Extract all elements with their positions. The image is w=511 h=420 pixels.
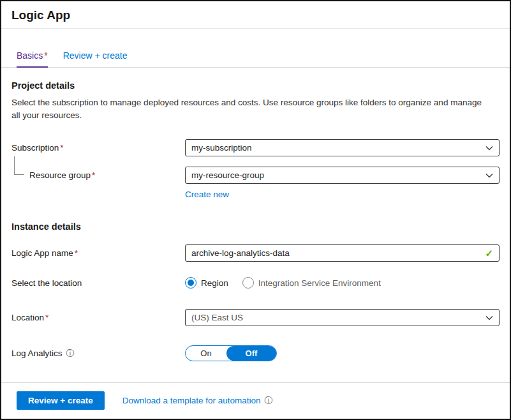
tree-connector: [14, 156, 24, 175]
logic-app-name-input[interactable]: archive-log-analytics-data ✓: [185, 244, 500, 262]
location-dropdown[interactable]: (US) East US: [185, 309, 500, 326]
chevron-down-icon: [485, 146, 493, 151]
download-template-link[interactable]: Download a template for automation ⓘ: [122, 395, 273, 407]
form-content: Project details Select the subscription …: [1, 80, 510, 361]
toggle-off-label[interactable]: Off: [226, 346, 276, 361]
location-value: (US) East US: [191, 313, 243, 322]
radio-ise-label: Integration Service Environment: [258, 278, 381, 288]
footer: Review + create Download a template for …: [17, 391, 500, 410]
subscription-value: my-subscription: [191, 143, 252, 153]
review-create-button[interactable]: Review + create: [17, 391, 105, 410]
page-title: Logic App: [11, 8, 500, 22]
project-details-description: Select the subscription to manage deploy…: [11, 96, 485, 121]
toggle-on-label[interactable]: On: [186, 346, 226, 361]
logic-app-name-row: Logic App name* archive-log-analytics-da…: [11, 244, 500, 262]
location-label: Location*: [11, 313, 185, 322]
subscription-label-text: Subscription: [11, 143, 59, 153]
location-label-text: Location: [11, 313, 44, 322]
logic-app-name-label-text: Logic App name: [11, 248, 73, 258]
tab-review-create-label: Review + create: [63, 50, 128, 61]
info-icon: ⓘ: [265, 395, 273, 407]
resource-group-label-text: Resource group: [29, 170, 91, 180]
log-analytics-label-text: Log Analytics: [11, 349, 63, 358]
logic-app-name-label: Logic App name*: [11, 248, 185, 258]
log-analytics-label: Log Analytics ⓘ: [11, 348, 185, 359]
resource-group-value: my-resource-group: [191, 170, 264, 180]
location-required-mark: *: [45, 313, 48, 322]
location-type-radio-group: Region Integration Service Environment: [185, 277, 500, 289]
resource-group-required-mark: *: [92, 170, 95, 180]
tab-basics[interactable]: Basics*: [17, 50, 48, 68]
footer-divider: [1, 382, 510, 383]
tab-review-create[interactable]: Review + create: [63, 50, 128, 67]
location-type-label-text: Select the location: [11, 278, 82, 288]
subscription-dropdown[interactable]: my-subscription: [185, 139, 500, 156]
radio-region-label: Region: [201, 278, 228, 288]
resource-group-row: Resource group* my-resource-group: [11, 167, 500, 184]
location-type-label: Select the location: [11, 278, 185, 288]
logic-app-create-dialog: Logic App Basics* Review + create Projec…: [0, 0, 511, 420]
resource-group-label: Resource group*: [11, 170, 185, 180]
log-analytics-row: Log Analytics ⓘ On Off: [11, 345, 500, 361]
radio-ise-icon[interactable]: [242, 277, 254, 289]
project-details-heading: Project details: [11, 80, 500, 91]
chevron-down-icon: [485, 173, 493, 178]
subscription-required-mark: *: [60, 143, 63, 153]
logic-app-name-value: archive-log-analytics-data: [191, 248, 290, 258]
instance-details-heading: Instance details: [11, 221, 500, 232]
titlebar: Logic App: [1, 1, 510, 29]
subscription-label: Subscription*: [11, 143, 185, 153]
subscription-row: Subscription* my-subscription: [11, 139, 500, 156]
log-analytics-toggle[interactable]: On Off: [185, 345, 277, 361]
logic-app-name-required-mark: *: [75, 248, 78, 258]
resource-group-dropdown[interactable]: my-resource-group: [185, 167, 500, 184]
location-row: Location* (US) East US: [11, 309, 500, 326]
create-new-link[interactable]: Create new: [185, 190, 229, 199]
valid-check-icon: ✓: [485, 248, 493, 259]
chevron-down-icon: [485, 315, 493, 320]
location-type-row: Select the location Region Integration S…: [11, 277, 500, 289]
info-icon: ⓘ: [66, 348, 75, 359]
radio-option-region[interactable]: Region: [185, 277, 228, 289]
radio-option-ise[interactable]: Integration Service Environment: [242, 277, 381, 289]
radio-region-icon[interactable]: [185, 277, 196, 289]
create-new-row: Create new: [11, 184, 500, 200]
download-template-link-text: Download a template for automation: [122, 396, 261, 405]
tab-basics-label: Basics: [17, 50, 43, 61]
tab-bar: Basics* Review + create: [1, 50, 510, 68]
tab-basics-required-mark: *: [44, 50, 47, 61]
